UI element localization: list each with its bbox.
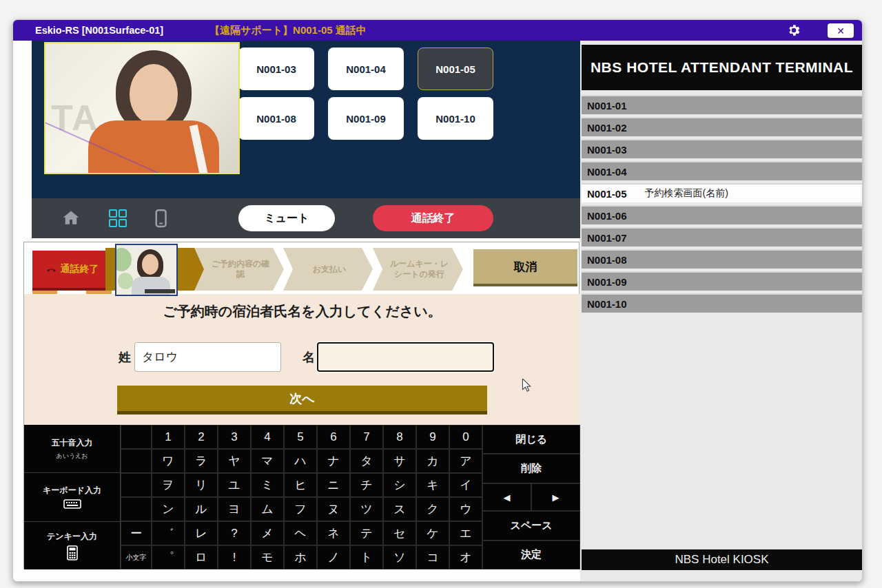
key-ヌ[interactable]: ヌ bbox=[317, 497, 350, 521]
key-ー[interactable]: ー bbox=[121, 521, 152, 545]
key-3[interactable]: 3 bbox=[218, 425, 251, 449]
mode-keyboard-input[interactable]: キーボード入力 bbox=[24, 473, 120, 521]
enter-key[interactable]: 決定 bbox=[482, 540, 580, 569]
close-key[interactable]: 閉じる bbox=[482, 425, 580, 454]
key-5[interactable]: 5 bbox=[284, 425, 317, 449]
key-ヒ[interactable]: ヒ bbox=[284, 473, 317, 497]
key-メ[interactable]: メ bbox=[251, 521, 284, 545]
room-button-n001-04[interactable]: N001-04 bbox=[328, 48, 404, 90]
key-![interactable]: ! bbox=[218, 545, 251, 569]
key-チ[interactable]: チ bbox=[350, 473, 383, 497]
key-ケ[interactable]: ケ bbox=[416, 521, 449, 545]
key-レ[interactable]: レ bbox=[185, 521, 218, 545]
key-オ[interactable]: オ bbox=[449, 545, 482, 569]
arrow-right-key[interactable]: ▶ bbox=[531, 483, 580, 511]
key-6[interactable]: 6 bbox=[317, 425, 350, 449]
key-ム[interactable]: ム bbox=[251, 497, 284, 521]
phone-icon[interactable] bbox=[150, 208, 171, 229]
key-ア[interactable]: ア bbox=[449, 449, 482, 473]
home-icon[interactable] bbox=[61, 208, 81, 229]
last-name-input[interactable] bbox=[134, 342, 281, 372]
key-9[interactable]: 9 bbox=[416, 425, 449, 449]
mode-kana-input[interactable]: 五十音入力 あいうえお bbox=[24, 425, 120, 473]
key-ル[interactable]: ル bbox=[185, 497, 218, 521]
key-モ[interactable]: モ bbox=[251, 545, 284, 569]
key-ネ[interactable]: ネ bbox=[317, 521, 350, 545]
key-カ[interactable]: カ bbox=[416, 449, 449, 473]
key-マ[interactable]: マ bbox=[251, 449, 284, 473]
cancel-button[interactable]: 取消 bbox=[473, 249, 577, 286]
terminal-row-n001-05[interactable]: N001-05予約検索画面(名前) bbox=[582, 183, 862, 202]
gear-icon[interactable] bbox=[786, 23, 801, 38]
key-ノ[interactable]: ノ bbox=[317, 545, 350, 569]
terminal-row-n001-04[interactable]: N001-04 bbox=[582, 161, 862, 180]
terminal-row-n001-01[interactable]: N001-01 bbox=[582, 95, 862, 114]
key-ナ[interactable]: ナ bbox=[317, 449, 350, 473]
mute-button[interactable]: ミュート bbox=[238, 205, 335, 231]
key-ト[interactable]: ト bbox=[350, 545, 383, 569]
end-call-button[interactable]: 通話終了 bbox=[373, 205, 493, 231]
arrow-left-key[interactable]: ◀ bbox=[482, 483, 531, 511]
room-button-n001-10[interactable]: N001-10 bbox=[418, 97, 493, 140]
key-2[interactable]: 2 bbox=[185, 425, 218, 449]
kiosk-end-call-button[interactable]: 通話終了 bbox=[32, 251, 112, 291]
key-リ[interactable]: リ bbox=[185, 473, 218, 497]
key-1[interactable]: 1 bbox=[152, 425, 185, 449]
key-0[interactable]: 0 bbox=[449, 425, 482, 449]
key-フ[interactable]: フ bbox=[284, 497, 317, 521]
key-ユ[interactable]: ユ bbox=[218, 473, 251, 497]
key-ウ[interactable]: ウ bbox=[449, 497, 482, 521]
terminal-row-n001-06[interactable]: N001-06 bbox=[582, 205, 862, 224]
key-ツ[interactable]: ツ bbox=[350, 497, 383, 521]
key-サ[interactable]: サ bbox=[383, 449, 416, 473]
close-icon[interactable]: ✕ bbox=[828, 23, 854, 38]
key-ヲ[interactable]: ヲ bbox=[152, 473, 185, 497]
key-セ[interactable]: セ bbox=[383, 521, 416, 545]
room-button-n001-05[interactable]: N001-05 bbox=[418, 48, 493, 90]
room-button-n001-03[interactable]: N001-03 bbox=[238, 48, 314, 90]
guest-video-thumbnail[interactable]: TA bbox=[44, 42, 240, 174]
room-button-n001-08[interactable]: N001-08 bbox=[238, 97, 314, 140]
key-ヘ[interactable]: ヘ bbox=[284, 521, 317, 545]
key-ス[interactable]: ス bbox=[383, 497, 416, 521]
key-8[interactable]: 8 bbox=[383, 425, 416, 449]
terminal-row-n001-02[interactable]: N001-02 bbox=[582, 117, 862, 136]
terminal-row-n001-10[interactable]: N001-10 bbox=[582, 293, 862, 313]
key-゛[interactable]: ゛ bbox=[152, 521, 185, 545]
key-ク[interactable]: ク bbox=[416, 497, 449, 521]
mode-numpad-input[interactable]: テンキー入力 bbox=[24, 522, 120, 569]
terminal-row-n001-08[interactable]: N001-08 bbox=[582, 249, 862, 269]
grid-icon[interactable] bbox=[107, 208, 128, 229]
room-button-n001-09[interactable]: N001-09 bbox=[328, 97, 404, 140]
terminal-row-n001-07[interactable]: N001-07 bbox=[582, 227, 862, 246]
key-ン[interactable]: ン bbox=[152, 497, 185, 521]
key-イ[interactable]: イ bbox=[449, 473, 482, 497]
key-テ[interactable]: テ bbox=[350, 521, 383, 545]
key-小文字[interactable]: 小文字 bbox=[121, 545, 152, 569]
key-キ[interactable]: キ bbox=[416, 473, 449, 497]
key-エ[interactable]: エ bbox=[449, 521, 482, 545]
key-?[interactable]: ? bbox=[218, 521, 251, 545]
operator-video-thumbnail[interactable] bbox=[115, 244, 178, 296]
key-ハ[interactable]: ハ bbox=[284, 449, 317, 473]
key-ミ[interactable]: ミ bbox=[251, 473, 284, 497]
terminal-row-n001-03[interactable]: N001-03 bbox=[582, 139, 862, 158]
key-ホ[interactable]: ホ bbox=[284, 545, 317, 569]
key-ソ[interactable]: ソ bbox=[383, 545, 416, 569]
key-タ[interactable]: タ bbox=[350, 449, 383, 473]
space-key[interactable]: スペース bbox=[482, 511, 580, 540]
key-シ[interactable]: シ bbox=[383, 473, 416, 497]
key-ロ[interactable]: ロ bbox=[185, 545, 218, 569]
next-button[interactable]: 次へ bbox=[117, 386, 487, 414]
delete-key[interactable]: 削除 bbox=[482, 454, 580, 483]
first-name-input[interactable] bbox=[317, 342, 494, 372]
key-ヨ[interactable]: ヨ bbox=[218, 497, 251, 521]
key-ヤ[interactable]: ヤ bbox=[218, 449, 251, 473]
terminal-row-n001-09[interactable]: N001-09 bbox=[582, 271, 862, 291]
key-゜[interactable]: ゜ bbox=[152, 545, 185, 569]
key-7[interactable]: 7 bbox=[350, 425, 383, 449]
key-ニ[interactable]: ニ bbox=[317, 473, 350, 497]
key-4[interactable]: 4 bbox=[251, 425, 284, 449]
key-コ[interactable]: コ bbox=[416, 545, 449, 569]
key-ワ[interactable]: ワ bbox=[152, 449, 185, 473]
